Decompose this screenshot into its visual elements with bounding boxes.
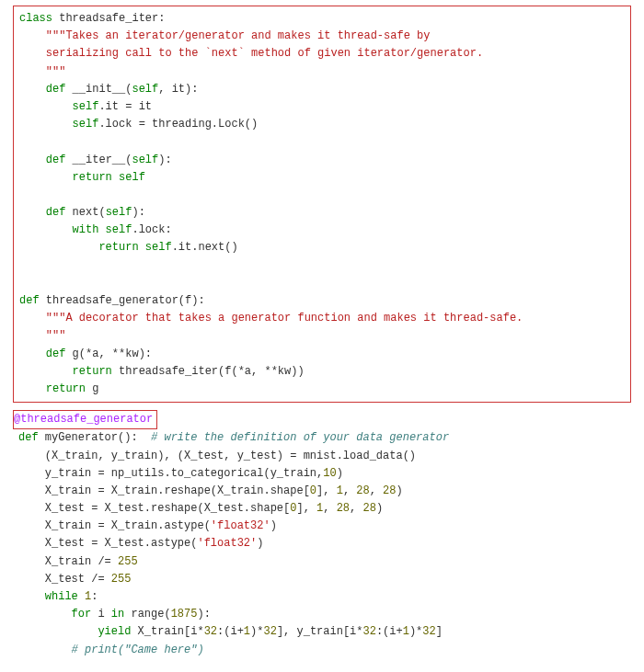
stmt: :(i+ <box>217 625 244 638</box>
sig-rest: ): <box>158 154 171 166</box>
str: 'float32' <box>211 519 270 532</box>
num: 28 <box>337 502 350 515</box>
stmt: ], y_train[i* <box>277 625 363 638</box>
stmt: )* <box>409 625 422 638</box>
decorator-text: @threadsafe_generator <box>14 413 153 426</box>
blank-line <box>19 277 26 290</box>
stmt: threadsafe_iter(f(*a, **kw)) <box>112 365 305 378</box>
kw-def: def <box>19 206 65 219</box>
stmt: ): <box>197 608 210 621</box>
kw-with: with <box>19 223 98 236</box>
stmt: .it.next() <box>172 241 238 254</box>
kw-yield: yield <box>18 625 131 638</box>
stmt: .lock: <box>132 223 171 236</box>
num: 1 <box>244 625 250 638</box>
stmt: , <box>323 502 336 515</box>
stmt: y_train = np_utils.to_categorical(y_trai… <box>18 467 323 480</box>
num: 32 <box>263 625 276 638</box>
kw-def: def <box>19 83 65 96</box>
decorator-row: @threadsafe_generator <box>13 410 631 429</box>
kw-in: in <box>111 608 124 621</box>
code-pre-generator: def myGenerator(): # write the definitio… <box>18 429 626 658</box>
decorator-pre: @threadsafe_generator <box>13 410 631 429</box>
class-name: threadsafe_iter: <box>52 12 165 25</box>
self-ref: self <box>98 223 132 236</box>
num: 0 <box>310 484 316 497</box>
stmt: X_test = X_test.reshape(X_test.shape[ <box>18 502 290 515</box>
stmt: X_test /= <box>18 573 111 586</box>
stmt: ) <box>270 519 277 532</box>
docstring-line: serializing call to the `next` method of… <box>19 47 483 60</box>
code-block-generator: def myGenerator(): # write the definitio… <box>13 429 631 658</box>
num: 1 <box>403 625 409 638</box>
stmt: ) <box>257 537 263 550</box>
blank-line <box>19 135 26 148</box>
num: 32 <box>363 625 376 638</box>
stmt: ) <box>337 467 343 480</box>
stmt: range( <box>124 608 170 621</box>
kw-for: for <box>18 608 91 621</box>
num: 255 <box>111 573 132 586</box>
kw-def: def <box>19 154 65 166</box>
sig-rest: , it): <box>158 83 198 96</box>
self-ref: self <box>112 171 145 184</box>
kw-return: return <box>19 382 86 395</box>
blank-line <box>19 188 26 201</box>
stmt: .lock = threading.Lock() <box>98 118 258 131</box>
kw-while: while <box>18 590 78 603</box>
self-param: self <box>106 206 132 219</box>
stmt: .it = it <box>98 100 152 113</box>
docstring-line: """Takes an iterator/generator and makes… <box>19 29 430 42</box>
fn-name: next( <box>65 206 105 219</box>
stmt: ], <box>316 484 337 497</box>
num: 1 <box>337 484 343 497</box>
stmt: X_train /= <box>18 555 118 568</box>
kw-class: class <box>19 12 52 25</box>
kw-def: def <box>19 347 65 360</box>
blank-line <box>19 259 26 272</box>
num: 1875 <box>171 608 198 621</box>
stmt: X_test = X_test.astype( <box>18 537 197 550</box>
self-ref: self <box>19 100 98 113</box>
stmt: X_train[i* <box>131 625 203 638</box>
num: 32 <box>422 625 435 638</box>
stmt: g <box>86 382 98 395</box>
num: 32 <box>204 625 217 638</box>
stmt: X_train = X_train.astype( <box>18 519 211 532</box>
fn-name: threadsafe_generator(f): <box>40 294 205 307</box>
stmt: i <box>91 608 111 621</box>
kw-return: return <box>19 241 139 254</box>
num: 28 <box>356 484 369 497</box>
code-block-decorator: @threadsafe_generator <box>13 410 157 429</box>
num: 28 <box>362 502 375 515</box>
code-block-helpers: class threadsafe_iter: """Takes an itera… <box>13 6 631 403</box>
stmt: X_train = X_train.reshape(X_train.shape[ <box>18 484 310 497</box>
code-pre-helpers: class threadsafe_iter: """Takes an itera… <box>19 10 625 398</box>
fn-name: __init__( <box>65 83 132 96</box>
self-param: self <box>132 83 158 96</box>
self-ref: self <box>19 118 98 131</box>
docstring-end: """ <box>19 65 65 78</box>
stmt: : <box>91 590 98 603</box>
stmt: ] <box>436 625 443 638</box>
stmt: ) <box>376 502 383 515</box>
kw-def: def <box>18 431 39 444</box>
stmt: ) <box>397 484 403 497</box>
num: 255 <box>118 555 138 568</box>
self-ref: self <box>139 241 172 254</box>
stmt: (X_train, y_train), (X_test, y_test) = m… <box>18 450 416 462</box>
comment: # print("Came here") <box>18 644 204 656</box>
num: 28 <box>383 484 396 497</box>
self-param: self <box>132 154 158 166</box>
stmt <box>78 590 85 603</box>
stmt: )* <box>250 625 263 638</box>
fn-name: myGenerator(): <box>39 431 151 444</box>
stmt: , <box>343 484 356 497</box>
docstring-line: """A decorator that takes a generator fu… <box>19 312 523 325</box>
stmt: , <box>370 484 383 497</box>
kw-return: return <box>19 365 112 378</box>
kw-def: def <box>19 294 40 307</box>
stmt: , <box>350 502 362 515</box>
str: 'float32' <box>197 537 257 550</box>
stmt: :(i+ <box>376 625 403 638</box>
